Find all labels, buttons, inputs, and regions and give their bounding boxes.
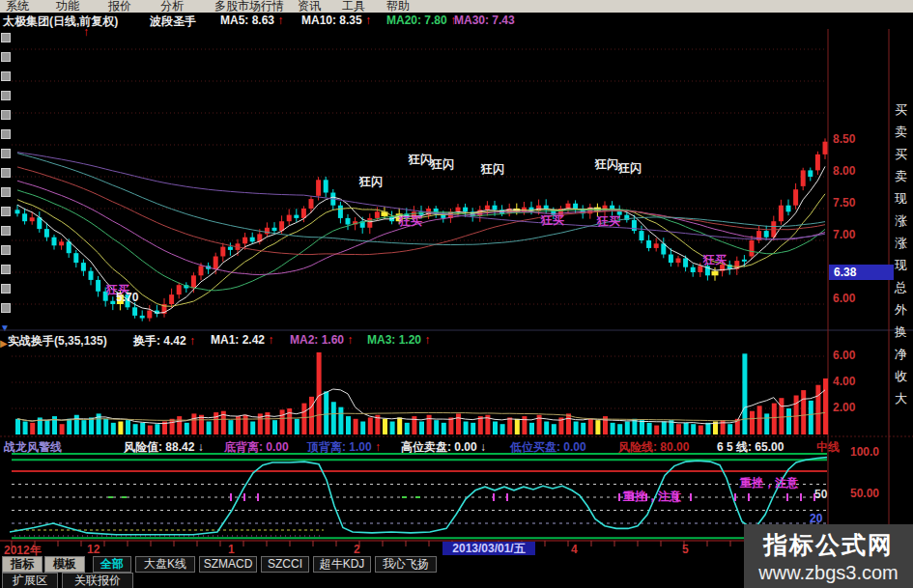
stock-app-window: 系统功能报价分析多股市场行情资讯工具帮助 太极集团(日线,前复权)波段圣手MA5… (0, 0, 913, 588)
tab-全部[interactable]: 全部 (93, 556, 131, 573)
toolbar-icon-9[interactable] (1, 207, 11, 216)
toolbar-icon-14[interactable] (1, 303, 11, 313)
quote-strip-char-11: 净 (895, 346, 910, 363)
tab-扩展区[interactable]: 扩展区 (2, 573, 58, 588)
tab-关联报价[interactable]: 关联报价 (62, 573, 133, 588)
quote-strip-char-6: 涨 (895, 235, 910, 252)
quote-strip-char-12: 收 (895, 368, 910, 385)
toolbar-icon-5[interactable] (1, 129, 11, 139)
quote-strip-char-13: 大 (895, 390, 910, 407)
toolbar-icon-13[interactable] (1, 284, 11, 294)
tab-指标[interactable]: 指标 (2, 556, 43, 573)
toolbar-icon-10[interactable] (1, 226, 11, 236)
toolbar-icon-0[interactable] (1, 33, 11, 42)
watermark-site-url: www.zbgs3.com (744, 562, 913, 584)
current-date-highlight: 2013/03/01/五 (442, 542, 535, 555)
watermark-box: 指标公式网 www.zbgs3.com (744, 524, 913, 588)
quote-strip-char-10: 换 (895, 323, 910, 341)
toolbar-icon-8[interactable] (1, 187, 11, 197)
quote-strip-char-4: 现 (895, 190, 910, 208)
toolbar-icon-4[interactable] (1, 110, 11, 120)
quote-strip-char-8: 总 (895, 279, 910, 296)
toolbar-icon-3[interactable] (1, 91, 11, 100)
tab-我心飞扬[interactable]: 我心飞扬 (375, 556, 437, 573)
quote-strip-char-9: 外 (895, 301, 910, 319)
toolbar-icon-7[interactable] (1, 168, 11, 178)
toolbar-icon-2[interactable] (1, 71, 11, 81)
toolbar-icon-11[interactable] (1, 245, 11, 255)
chart-canvas[interactable] (0, 0, 913, 588)
quote-strip-char-1: 卖 (895, 124, 910, 141)
tab-模板[interactable]: 模板 (44, 556, 85, 573)
toolbar-icon-6[interactable] (1, 149, 11, 158)
quote-strip-char-7: 现 (895, 257, 910, 274)
quote-strip-char-3: 卖 (895, 168, 910, 185)
tab-SZCCI[interactable]: SZCCI (261, 556, 309, 573)
watermark-site-name: 指标公式网 (744, 529, 913, 561)
tab-大盘K线[interactable]: 大盘K线 (135, 556, 195, 573)
toolbar-icon-1[interactable] (1, 52, 11, 62)
toolbar-icon-12[interactable] (1, 265, 11, 274)
quote-strip-char-2: 买 (895, 146, 910, 163)
quote-strip-char-0: 买 (895, 101, 910, 119)
quote-strip-char-5: 涨 (895, 212, 910, 230)
tab-超牛KDJ[interactable]: 超牛KDJ (313, 556, 371, 573)
last-price-box: 6.38 (829, 265, 894, 280)
tab-SZMACD[interactable]: SZMACD (199, 556, 257, 573)
